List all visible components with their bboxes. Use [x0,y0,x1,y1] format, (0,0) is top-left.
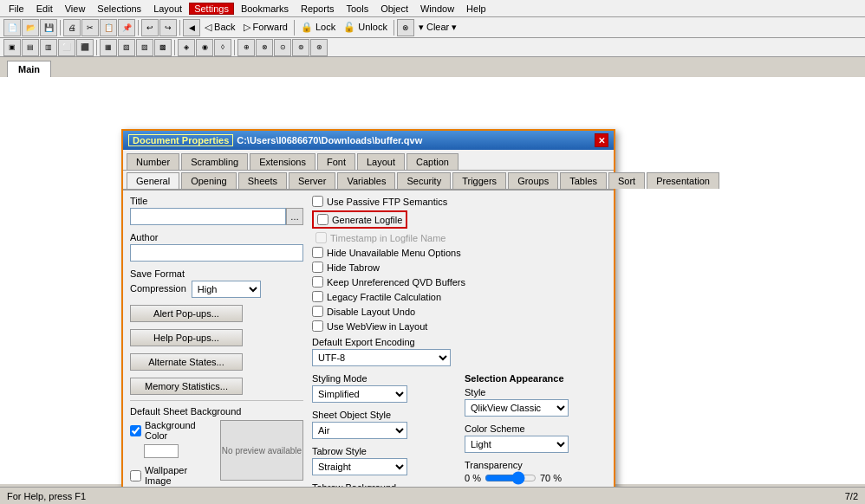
author-group: Author [130,232,303,262]
tab-number[interactable]: Number [127,153,179,170]
menu-settings[interactable]: Settings [189,3,234,15]
tab-server[interactable]: Server [289,172,335,189]
tab-triggers[interactable]: Triggers [452,172,506,189]
transparency-slider[interactable] [485,472,537,484]
menu-bookmarks[interactable]: Bookmarks [236,3,294,15]
passive-ftp-checkbox[interactable] [312,196,323,207]
tab-presentation[interactable]: Presentation [647,172,719,189]
tb-redo[interactable]: ↪ [159,19,177,36]
menu-window[interactable]: Window [415,3,459,15]
tb2-2[interactable]: ▤ [22,39,39,56]
generate-logfile-checkbox[interactable] [317,214,328,225]
tb-new[interactable]: 📄 [3,19,21,36]
menu-file[interactable]: File [3,3,29,15]
tb2-1[interactable]: ▣ [3,39,21,56]
tab-sort[interactable]: Sort [608,172,645,189]
tb-forward-label[interactable]: ▷ Forward [240,22,291,33]
menu-layout[interactable]: Layout [148,3,187,15]
tab-security[interactable]: Security [397,172,451,189]
tb-print[interactable]: 🖨 [63,19,81,36]
export-encoding-select[interactable]: UTF-8 UTF-16 ANSI [312,349,451,366]
title-browse-btn[interactable]: … [286,208,303,225]
wallpaper-label: Wallpaper Image [145,465,213,486]
tb2-9[interactable]: ▩ [154,39,172,56]
tab-layout[interactable]: Layout [357,153,405,170]
tb-save[interactable]: 💾 [40,19,57,36]
alert-popup-btn[interactable]: Alert Pop-ups... [130,305,243,322]
color-scheme-label: Color Scheme [465,423,607,434]
menu-reports[interactable]: Reports [296,3,340,15]
styling-mode-select[interactable]: Simplified Custom [312,385,407,403]
tb-undo[interactable]: ↩ [141,19,159,36]
tab-groups[interactable]: Groups [508,172,558,189]
color-scheme-select[interactable]: Light Dark [465,436,569,453]
tb2-7[interactable]: ▧ [118,39,135,56]
tab-sheets[interactable]: Sheets [238,172,287,189]
use-webview-checkbox[interactable] [312,320,323,332]
tb2-6[interactable]: ▦ [100,39,117,56]
sheet-object-select[interactable]: Air Office Classic [312,422,407,439]
hide-tabrow-checkbox[interactable] [312,262,323,273]
tb-back[interactable]: ◀ [183,19,200,36]
menu-selections[interactable]: Selections [92,3,146,15]
tb-open[interactable]: 📂 [22,19,39,36]
timestamp-checkbox [315,232,327,243]
tabrow-style-select[interactable]: Straight Rounded [312,458,407,475]
tab-tables[interactable]: Tables [560,172,607,189]
tab-scrambling[interactable]: Scrambling [181,153,248,170]
tab-variables[interactable]: Variables [337,172,395,189]
tb-paste[interactable]: 📌 [118,19,135,36]
tb2-10[interactable]: ◈ [178,39,195,56]
tb2-16[interactable]: ⊚ [292,39,309,56]
tb2-13[interactable]: ⊕ [237,39,255,56]
tb2-8[interactable]: ▨ [136,39,153,56]
menu-object[interactable]: Object [375,3,413,15]
title-input[interactable] [130,208,286,225]
disable-layout-checkbox[interactable] [312,306,323,317]
menu-view[interactable]: View [60,3,91,15]
dialog-close-button[interactable]: ✕ [595,133,608,147]
tb-back-label[interactable]: ◁ Back [201,22,239,33]
tb-cut[interactable]: ✂ [81,19,99,36]
timestamp-row: Timestamp in Logfile Name [315,232,607,243]
tb2-17[interactable]: ⊛ [310,39,328,56]
tab-general[interactable]: General [127,172,179,189]
bg-color-checkbox[interactable] [130,425,141,436]
style-select[interactable]: QlikView Classic Windows LED [465,399,569,417]
tabrow-style-group: Tabrow Style Straight Rounded [312,446,454,475]
tb2-3[interactable]: ▥ [40,39,57,56]
menu-tools[interactable]: Tools [341,3,374,15]
tb2-15[interactable]: ⊙ [274,39,291,56]
memory-statistics-btn[interactable]: Memory Statistics... [130,378,243,395]
tab-caption[interactable]: Caption [406,153,459,170]
tab-opening[interactable]: Opening [181,172,237,189]
author-input[interactable] [130,244,303,262]
hide-unavailable-checkbox[interactable] [312,247,323,258]
keep-unreferenced-checkbox[interactable] [312,276,323,288]
tab-extensions[interactable]: Extensions [250,153,315,170]
menu-help[interactable]: Help [461,3,491,15]
color-swatch[interactable] [144,444,179,458]
alternate-states-btn[interactable]: Alternate States... [130,353,243,371]
toolbar-2: ▣ ▤ ▥ ⬜ ⬛ ▦ ▧ ▨ ▩ ◈ ◉ ◊ ⊕ ⊗ ⊙ ⊚ ⊛ [0,38,865,57]
menu-edit[interactable]: Edit [31,3,58,15]
tb2-12[interactable]: ◊ [214,39,231,56]
tb2-5[interactable]: ⬛ [76,39,94,56]
tab-font[interactable]: Font [317,153,355,170]
tb-copy[interactable]: 📋 [100,19,117,36]
save-format-group: Save Format Compression High Medium Low … [130,268,303,298]
help-popup-btn[interactable]: Help Pop-ups... [130,329,243,346]
compression-select[interactable]: High Medium Low None [192,281,261,298]
legacy-fractile-label: Legacy Fractile Calculation [327,292,441,302]
tb2-4[interactable]: ⬜ [58,39,75,56]
tb2-14[interactable]: ⊗ [256,39,273,56]
tb-clear-label[interactable]: ▾ Clear ▾ [415,22,460,33]
style-label: Style [465,387,607,397]
main-tab[interactable]: Main [7,61,51,77]
tb2-11[interactable]: ◉ [196,39,213,56]
tb-lock-label[interactable]: 🔒 Lock [297,22,339,33]
wallpaper-checkbox[interactable] [130,470,141,481]
legacy-fractile-checkbox[interactable] [312,291,323,302]
tb-clear[interactable]: ⊗ [397,19,414,36]
tb-unlock-label[interactable]: 🔓 Unlock [340,22,391,33]
